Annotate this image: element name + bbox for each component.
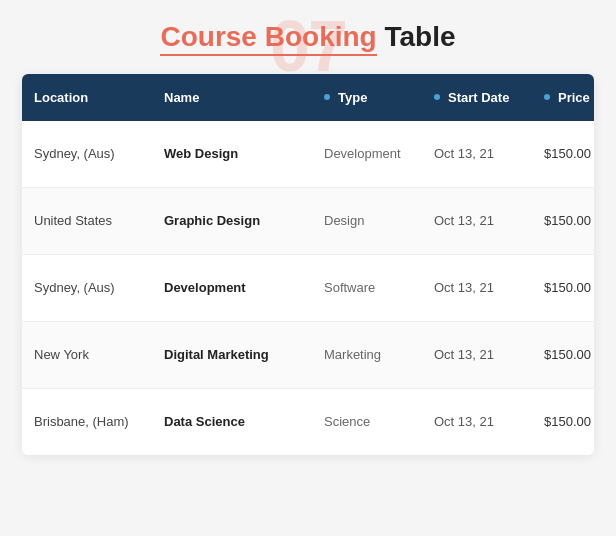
col-label-name: Name xyxy=(164,90,199,105)
cell-name-0: Web Design xyxy=(164,146,324,161)
col-label-type: Type xyxy=(338,90,367,105)
table-body: Sydney, (Aus) Web Design Development Oct… xyxy=(22,121,594,455)
col-header-type: Type xyxy=(324,90,434,105)
page-title: Course Booking Table xyxy=(160,20,455,54)
title-highlight: Course Booking xyxy=(160,21,376,56)
cell-price-1: $150.00 xyxy=(544,213,594,228)
cell-date-2: Oct 13, 21 xyxy=(434,280,544,295)
table-row: Sydney, (Aus) Web Design Development Oct… xyxy=(22,121,594,188)
col-header-name: Name xyxy=(164,90,324,105)
cell-date-1: Oct 13, 21 xyxy=(434,213,544,228)
dot-icon-price xyxy=(544,94,550,100)
cell-location-2: Sydney, (Aus) xyxy=(34,280,164,295)
cell-name-1: Graphic Design xyxy=(164,213,324,228)
cell-price-2: $150.00 xyxy=(544,280,594,295)
table-row: Brisbane, (Ham) Data Science Science Oct… xyxy=(22,389,594,455)
table-row: United States Graphic Design Design Oct … xyxy=(22,188,594,255)
cell-price-0: $150.00 xyxy=(544,146,594,161)
cell-date-4: Oct 13, 21 xyxy=(434,414,544,429)
cell-location-3: New York xyxy=(34,347,164,362)
page-header: 07 Course Booking Table xyxy=(160,20,455,54)
course-booking-table: Location Name Type Start Date Price Acti… xyxy=(22,74,594,455)
col-label-date: Start Date xyxy=(448,90,509,105)
cell-name-2: Development xyxy=(164,280,324,295)
cell-name-3: Digital Marketing xyxy=(164,347,324,362)
cell-type-1: Design xyxy=(324,213,434,228)
table-row: New York Digital Marketing Marketing Oct… xyxy=(22,322,594,389)
cell-date-0: Oct 13, 21 xyxy=(434,146,544,161)
cell-date-3: Oct 13, 21 xyxy=(434,347,544,362)
col-header-price: Price xyxy=(544,90,594,105)
cell-location-0: Sydney, (Aus) xyxy=(34,146,164,161)
cell-location-1: United States xyxy=(34,213,164,228)
cell-price-3: $150.00 xyxy=(544,347,594,362)
dot-icon-date xyxy=(434,94,440,100)
cell-price-4: $150.00 xyxy=(544,414,594,429)
cell-type-0: Development xyxy=(324,146,434,161)
table-row: Sydney, (Aus) Development Software Oct 1… xyxy=(22,255,594,322)
col-label-price: Price xyxy=(558,90,590,105)
col-label-location: Location xyxy=(34,90,88,105)
cell-type-4: Science xyxy=(324,414,434,429)
dot-icon-type xyxy=(324,94,330,100)
col-header-location: Location xyxy=(34,90,164,105)
cell-type-2: Software xyxy=(324,280,434,295)
col-header-date: Start Date xyxy=(434,90,544,105)
cell-type-3: Marketing xyxy=(324,347,434,362)
cell-name-4: Data Science xyxy=(164,414,324,429)
cell-location-4: Brisbane, (Ham) xyxy=(34,414,164,429)
title-rest: Table xyxy=(377,21,456,52)
